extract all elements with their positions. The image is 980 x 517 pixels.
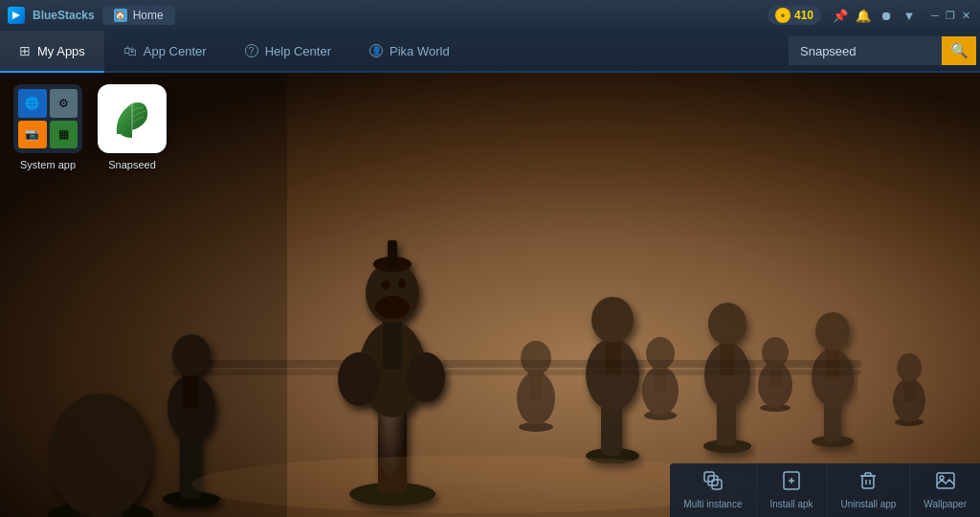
tab-pika-world[interactable]: 👤 Pika World <box>350 31 469 71</box>
minimize-button[interactable]: ─ <box>928 9 942 22</box>
title-bar-right: ● 410 📌 🔔 ⏺ ▼ ─ ❐ ✕ <box>768 6 972 25</box>
tab-help-center-label: Help Center <box>265 44 331 58</box>
window-title-tab[interactable]: 🏠 Home <box>102 6 175 25</box>
svg-point-51 <box>897 353 922 382</box>
multi-instance-button[interactable]: Multi instance <box>670 463 756 517</box>
maximize-button[interactable]: ❐ <box>944 9 957 22</box>
main-content: 🌐 ⚙ 📷 ▦ System app <box>0 73 980 517</box>
globe-sub-icon: 🌐 <box>18 89 47 118</box>
nav-bar: ⊞ My Apps 🛍 App Center ? Help Center 👤 P… <box>0 31 980 73</box>
snapseed-app-icon <box>98 84 167 153</box>
coins-count: 410 <box>794 9 813 22</box>
uninstall-app-icon <box>858 471 878 495</box>
svg-point-11 <box>381 281 390 290</box>
snapseed-label: Snapseed <box>108 159 156 170</box>
search-input[interactable] <box>789 36 942 65</box>
install-apk-button[interactable]: Install apk <box>757 463 828 517</box>
svg-point-14 <box>338 352 380 406</box>
wallpaper-icon <box>936 471 955 495</box>
apps-grid: 🌐 ⚙ 📷 ▦ System app <box>13 84 167 170</box>
svg-rect-70 <box>937 473 954 488</box>
title-bar-left: BlueStacks 🏠 Home <box>8 6 175 25</box>
svg-point-25 <box>591 297 634 343</box>
wallpaper-label: Wallpaper <box>924 499 967 509</box>
coin-icon: ● <box>775 8 791 23</box>
tab-pika-world-label: Pika World <box>390 44 450 58</box>
multi-instance-label: Multi instance <box>683 499 742 509</box>
grid-sub-icon: ▦ <box>50 121 78 149</box>
my-apps-icon: ⊞ <box>19 43 31 58</box>
coins-badge: ● 410 <box>768 6 821 25</box>
svg-point-15 <box>407 352 445 402</box>
title-bar: BlueStacks 🏠 Home ● 410 📌 🔔 ⏺ ▼ ─ ❐ ✕ <box>0 0 980 31</box>
help-center-icon: ? <box>245 44 258 57</box>
system-app-label: System app <box>20 159 76 170</box>
search-button[interactable]: 🔍 <box>942 36 976 65</box>
app-center-icon: 🛍 <box>123 43 137 58</box>
svg-point-43 <box>646 337 675 370</box>
install-apk-icon <box>782 471 801 495</box>
nav-search: 🔍 <box>789 31 980 71</box>
svg-point-39 <box>521 341 551 375</box>
wallpaper-button[interactable]: Wallpaper <box>910 463 980 517</box>
system-icons: 📌 🔔 ⏺ ▼ <box>833 8 917 23</box>
pin-icon[interactable]: 📌 <box>833 8 848 23</box>
tab-app-center[interactable]: 🛍 App Center <box>104 31 226 71</box>
svg-rect-34 <box>825 346 839 379</box>
camera-sub-icon: 📷 <box>18 121 47 149</box>
record-icon[interactable]: ⏺ <box>879 8 894 23</box>
brand-label: BlueStacks <box>33 9 95 22</box>
svg-point-13 <box>375 296 410 319</box>
tab-my-apps-label: My Apps <box>37 44 85 58</box>
snapseed-leaf-svg <box>109 96 155 142</box>
install-apk-label: Install apk <box>770 499 813 509</box>
svg-marker-0 <box>12 11 20 19</box>
app-item-system[interactable]: 🌐 ⚙ 📷 ▦ System app <box>13 84 82 170</box>
bluestacks-logo-icon <box>8 7 25 24</box>
pika-world-icon: 👤 <box>369 44 383 57</box>
multi-instance-icon <box>703 471 723 495</box>
window-title-label: Home <box>133 9 164 22</box>
notification-icon[interactable]: 🔔 <box>856 8 871 23</box>
home-tab-icon: 🏠 <box>114 9 127 22</box>
app-item-snapseed[interactable]: Snapseed <box>98 84 167 170</box>
settings-icon[interactable]: ▼ <box>902 8 917 23</box>
tab-app-center-label: App Center <box>144 44 207 58</box>
tab-help-center[interactable]: ? Help Center <box>226 31 350 71</box>
svg-point-30 <box>708 303 746 345</box>
tab-my-apps[interactable]: ⊞ My Apps <box>0 31 104 71</box>
svg-point-35 <box>815 312 850 350</box>
uninstall-app-label: Uninstall app <box>841 499 897 509</box>
system-app-icon: 🌐 ⚙ 📷 ▦ <box>13 84 82 153</box>
bottom-toolbar: Multi instance Install apk <box>670 463 980 517</box>
uninstall-app-button[interactable]: Uninstall app <box>828 463 911 517</box>
svg-rect-7 <box>383 317 402 370</box>
svg-rect-10 <box>388 240 397 267</box>
window-controls: ─ ❐ ✕ <box>928 9 972 22</box>
gear-sub-icon: ⚙ <box>50 89 78 118</box>
svg-point-47 <box>762 337 789 368</box>
svg-rect-63 <box>862 476 874 488</box>
svg-point-12 <box>398 279 406 288</box>
close-button[interactable]: ✕ <box>959 9 972 22</box>
